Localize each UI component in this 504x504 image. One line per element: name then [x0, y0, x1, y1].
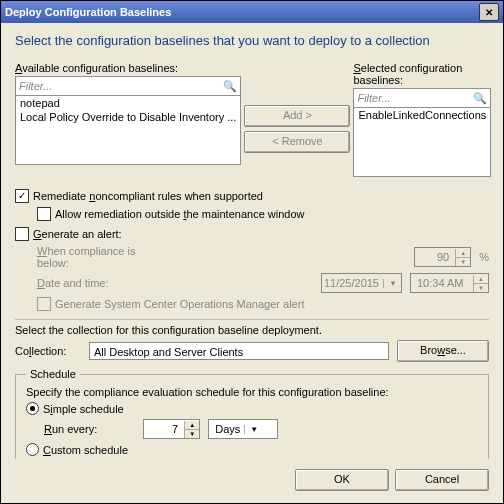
compliance-spinner: 90▲▼ — [414, 247, 471, 267]
allow-outside-label: Allow remediation outside the maintenanc… — [55, 208, 305, 220]
simple-schedule-radio[interactable] — [26, 402, 39, 415]
collection-help: Select the collection for this configura… — [15, 324, 489, 336]
chevron-down-icon: ▼ — [244, 425, 260, 434]
dialog-title: Deploy Configuration Baselines — [5, 6, 171, 18]
search-icon: 🔍 — [473, 92, 487, 105]
run-every-unit[interactable]: Days▼ — [208, 419, 278, 439]
cancel-button[interactable]: Cancel — [395, 469, 489, 491]
custom-schedule-radio[interactable] — [26, 443, 39, 456]
scom-alert-checkbox — [37, 297, 51, 311]
schedule-legend: Schedule — [26, 368, 80, 380]
add-button[interactable]: Add > — [244, 105, 350, 127]
datetime-label: Date and time: — [37, 277, 109, 289]
close-button[interactable]: ✕ — [479, 3, 499, 21]
chevron-down-icon: ▼ — [383, 279, 399, 288]
available-list[interactable]: notepad Local Policy Override to Disable… — [15, 96, 241, 165]
collection-input[interactable]: All Desktop and Server Clients — [89, 342, 389, 360]
run-every-spinner[interactable]: 7▲▼ — [143, 419, 200, 439]
remediate-label: Remediate noncompliant rules when suppor… — [33, 190, 263, 202]
available-filter[interactable]: Filter...🔍 — [15, 76, 241, 96]
schedule-group: Schedule Specify the compliance evaluati… — [15, 368, 489, 459]
list-item[interactable]: Local Policy Override to Disable Invento… — [16, 110, 240, 124]
simple-schedule-label: Simple schedule — [43, 403, 124, 415]
scom-alert-label: Generate System Center Operations Manage… — [55, 298, 304, 310]
list-item[interactable]: EnableLinkedConnections — [354, 108, 490, 122]
remediate-checkbox[interactable]: ✓ — [15, 189, 29, 203]
header-text: Select the configuration baselines that … — [15, 33, 489, 48]
close-icon: ✕ — [485, 7, 493, 18]
selected-filter[interactable]: Filter...🔍 — [353, 88, 491, 108]
date-picker: 11/25/2015▼ — [321, 273, 402, 293]
selected-label: Selected configuration baselines: — [353, 62, 462, 86]
generate-alert-label: Generate an alert: — [33, 228, 122, 240]
selected-list[interactable]: EnableLinkedConnections — [353, 108, 491, 177]
allow-outside-checkbox[interactable] — [37, 207, 51, 221]
list-item[interactable]: notepad — [16, 96, 240, 110]
ok-button[interactable]: OK — [295, 469, 389, 491]
search-icon: 🔍 — [223, 80, 237, 93]
schedule-help: Specify the compliance evaluation schedu… — [26, 386, 478, 398]
time-spinner: 10:34 AM▲▼ — [410, 273, 489, 293]
browse-button[interactable]: Browse... — [397, 340, 489, 362]
generate-alert-checkbox[interactable] — [15, 227, 29, 241]
compliance-below-label: When compliance is below: — [37, 245, 135, 269]
available-label: Available configuration baselines: — [15, 62, 178, 74]
titlebar: Deploy Configuration Baselines ✕ — [1, 1, 503, 23]
custom-schedule-label: Custom schedule — [43, 444, 128, 456]
run-every-label: Run every: — [44, 423, 97, 435]
remove-button[interactable]: < Remove — [244, 131, 350, 153]
percent-label: % — [479, 251, 489, 263]
collection-label: Collection: — [15, 345, 66, 357]
